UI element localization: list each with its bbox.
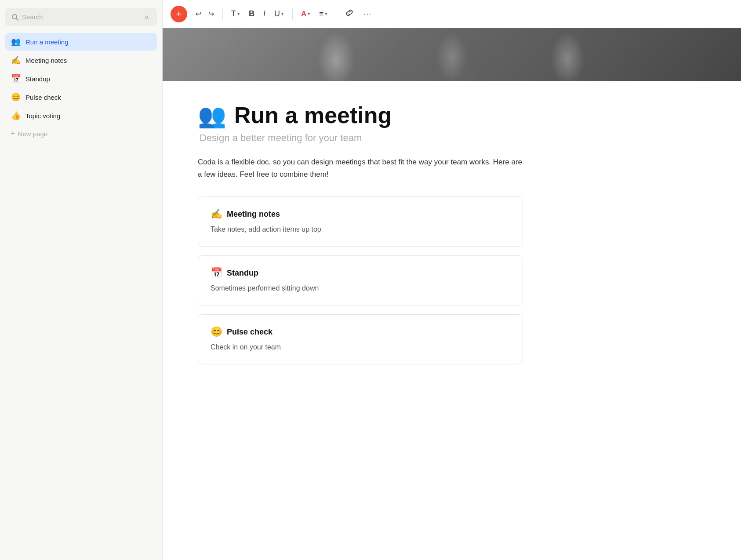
text-style-button[interactable]: T — [228, 7, 243, 21]
card-desc-meeting-notes: Take notes, add action items up top — [211, 224, 510, 235]
align-button[interactable]: ≡ — [316, 7, 331, 21]
card-emoji-pulse: 😊 — [211, 326, 222, 338]
text-style-dropdown-arrow — [237, 11, 240, 17]
link-icon — [345, 10, 354, 19]
undo-icon: ↩ — [196, 10, 201, 18]
hero-image — [163, 28, 741, 81]
divider-3 — [336, 8, 336, 20]
search-icon — [11, 14, 18, 21]
bold-icon: B — [249, 9, 254, 18]
content-area: 👥 Run a meeting Design a better meeting … — [163, 28, 741, 560]
sidebar-item-label: Topic voting — [25, 112, 60, 120]
font-color-icon: A — [301, 10, 306, 18]
redo-icon: ↪ — [208, 10, 214, 18]
sidebar-item-pulse-check[interactable]: 😊 Pulse check — [5, 88, 157, 106]
underline-dropdown-arrow — [281, 11, 284, 17]
card-emoji-meeting-notes: ✍️ — [211, 208, 222, 220]
sidebar-item-standup[interactable]: 📅 Standup — [5, 70, 157, 87]
card-standup[interactable]: 📅 Standup Sometimes performed sitting do… — [198, 255, 523, 305]
hero-shapes — [163, 28, 741, 81]
sidebar: Search « 👥 Run a meeting ✍️ Meeting note… — [0, 0, 163, 560]
align-icon: ≡ — [319, 10, 323, 18]
underline-button[interactable]: U — [271, 7, 287, 21]
sidebar-item-meeting-notes[interactable]: ✍️ Meeting notes — [5, 51, 157, 69]
card-desc-standup: Sometimes performed sitting down — [211, 283, 510, 294]
sidebar-item-topic-voting[interactable]: 👍 Topic voting — [5, 107, 157, 124]
undo-button[interactable]: ↩ — [193, 7, 204, 20]
card-title-standup: Standup — [227, 269, 258, 278]
sidebar-item-label: Pulse check — [25, 94, 61, 101]
pulse-check-icon: 😊 — [11, 92, 21, 102]
sidebar-item-run-a-meeting[interactable]: 👥 Run a meeting — [5, 33, 157, 51]
add-button[interactable]: + — [171, 6, 187, 22]
card-title-row: ✍️ Meeting notes — [211, 208, 510, 220]
svg-line-1 — [16, 18, 18, 20]
italic-button[interactable]: I — [260, 7, 269, 21]
divider-1 — [222, 8, 223, 20]
meeting-notes-icon: ✍️ — [11, 55, 21, 65]
card-emoji-standup: 📅 — [211, 267, 222, 279]
font-color-dropdown-arrow — [308, 11, 310, 17]
align-dropdown-arrow — [325, 11, 327, 17]
sidebar-item-label: Meeting notes — [25, 57, 67, 64]
run-a-meeting-icon: 👥 — [11, 37, 21, 47]
link-button[interactable] — [341, 6, 357, 22]
card-title-row-pulse: 😊 Pulse check — [211, 326, 510, 338]
page-title-row: 👥 Run a meeting — [198, 103, 523, 128]
font-color-button[interactable]: A — [298, 7, 313, 21]
search-placeholder: Search — [22, 13, 43, 21]
topic-voting-icon: 👍 — [11, 111, 21, 120]
page-body-text: Coda is a flexible doc, so you can desig… — [198, 156, 523, 181]
page-subtitle: Design a better meeting for your team — [200, 132, 523, 144]
italic-icon: I — [263, 9, 265, 18]
card-title-row-standup: 📅 Standup — [211, 267, 510, 279]
sidebar-item-label: Standup — [25, 75, 50, 83]
toolbar: + ↩ ↪ T B I U A — [163, 0, 741, 28]
undo-redo-group: ↩ ↪ — [193, 7, 217, 20]
card-meeting-notes[interactable]: ✍️ Meeting notes Take notes, add action … — [198, 196, 523, 247]
underline-icon: U — [274, 9, 280, 18]
sidebar-item-label: Run a meeting — [25, 38, 69, 46]
card-pulse-check[interactable]: 😊 Pulse check Check in on your team — [198, 314, 523, 364]
search-bar[interactable]: Search « — [5, 8, 157, 26]
page-title: Run a meeting — [234, 103, 392, 128]
bold-button[interactable]: B — [246, 7, 258, 21]
standup-icon: 📅 — [11, 74, 21, 84]
divider-2 — [292, 8, 293, 20]
page-title-emoji: 👥 — [198, 104, 226, 127]
redo-button[interactable]: ↪ — [205, 7, 217, 20]
new-page-label: New page — [18, 130, 48, 138]
text-icon: T — [231, 9, 236, 18]
collapse-button[interactable]: « — [143, 11, 151, 22]
main-content: + ↩ ↪ T B I U A — [163, 0, 741, 560]
card-desc-pulse: Check in on your team — [211, 342, 510, 353]
more-options-button[interactable]: ··· — [360, 8, 375, 20]
more-icon: ··· — [363, 10, 372, 18]
card-title-pulse: Pulse check — [227, 327, 272, 337]
sidebar-item-new-page[interactable]: + New page — [5, 125, 157, 142]
page-body: 👥 Run a meeting Design a better meeting … — [163, 81, 558, 391]
new-page-icon: + — [11, 129, 15, 138]
card-title-meeting-notes: Meeting notes — [227, 210, 280, 219]
